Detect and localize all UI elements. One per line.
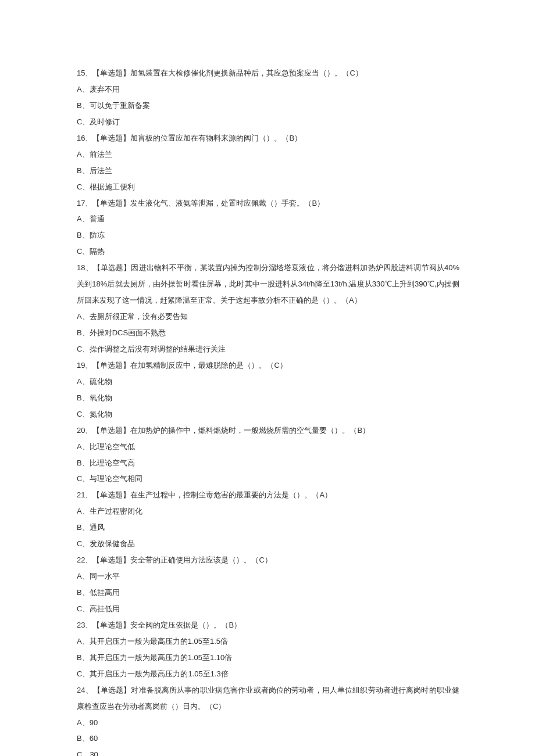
text-line: B、通风: [77, 519, 459, 536]
text-line: C、操作调整之后没有对调整的结果进行关注: [77, 341, 459, 357]
text-line: 22、【单选题】安全带的正确使用方法应该是（）。（C）: [77, 552, 459, 568]
text-line: A、废弃不用: [77, 81, 459, 98]
document-body: 15、【单选题】加氢装置在大检修催化剂更换新品种后，其应急预案应当（）。（C） …: [77, 65, 459, 756]
text-line: C、30: [77, 747, 459, 756]
text-line: A、90: [77, 715, 459, 731]
text-line: 23、【单选题】安全阀的定压依据是（）。（B）: [77, 617, 459, 633]
text-line: B、比理论空气高: [77, 455, 459, 471]
text-line: 21、【单选题】在生产过程中，控制尘毒危害的最重要的方法是（）。（A）: [77, 487, 459, 503]
text-line: C、根据施工便利: [77, 179, 459, 195]
text-line: A、比理论空气低: [77, 439, 459, 455]
text-line: 18、【单选题】因进出物料不平衡，某装置内操为控制分溜塔塔衰液位，将分馏进料加热…: [77, 260, 459, 309]
text-line: A、同一水平: [77, 568, 459, 585]
text-line: 20、【单选题】在加热炉的操作中，燃料燃烧时，一般燃烧所需的空气量要（）。（B）: [77, 422, 459, 439]
text-line: 24、【单选题】对准备脱离所从事的职业病危害作业或者岗位的劳动者，用人单位组织劳…: [77, 682, 459, 715]
text-line: C、氮化物: [77, 406, 459, 422]
text-line: B、氧化物: [77, 390, 459, 406]
text-line: C、发放保健食品: [77, 536, 459, 552]
text-line: C、及时修订: [77, 114, 459, 130]
text-line: A、其开启压力一般为最高压力的1.05至1.5倍: [77, 633, 459, 650]
text-line: B、可以免于重新备案: [77, 98, 459, 114]
text-line: A、前法兰: [77, 146, 459, 163]
text-line: A、硫化物: [77, 374, 459, 390]
text-line: 17、【单选题】发生液化气、液氨等泄漏，处置时应佩戴（）手套。（B）: [77, 195, 459, 212]
text-line: 19、【单选题】在加氢精制反应中，最难脱除的是（）。（C）: [77, 357, 459, 374]
text-line: 15、【单选题】加氢装置在大检修催化剂更换新品种后，其应急预案应当（）。（C）: [77, 65, 459, 81]
text-line: B、后法兰: [77, 163, 459, 179]
text-line: B、低挂高用: [77, 585, 459, 601]
text-line: B、60: [77, 730, 459, 747]
text-line: B、外操对DCS画面不熟悉: [77, 325, 459, 341]
text-line: 16、【单选题】加盲板的位置应加在有物料来源的阀门（）。（B）: [77, 130, 459, 146]
text-line: C、其开启压力一般为最高压力的1.05至1.3倍: [77, 666, 459, 682]
text-line: B、其开启压力一般为最高压力的1.05至1.10倍: [77, 650, 459, 666]
text-line: C、高挂低用: [77, 601, 459, 617]
text-line: B、防冻: [77, 227, 459, 243]
text-line: A、生产过程密闭化: [77, 503, 459, 519]
text-line: A、普通: [77, 211, 459, 227]
text-line: C、隔热: [77, 243, 459, 260]
text-line: C、与理论空气相同: [77, 471, 459, 487]
text-line: A、去厕所很正常，没有必要告知: [77, 309, 459, 325]
